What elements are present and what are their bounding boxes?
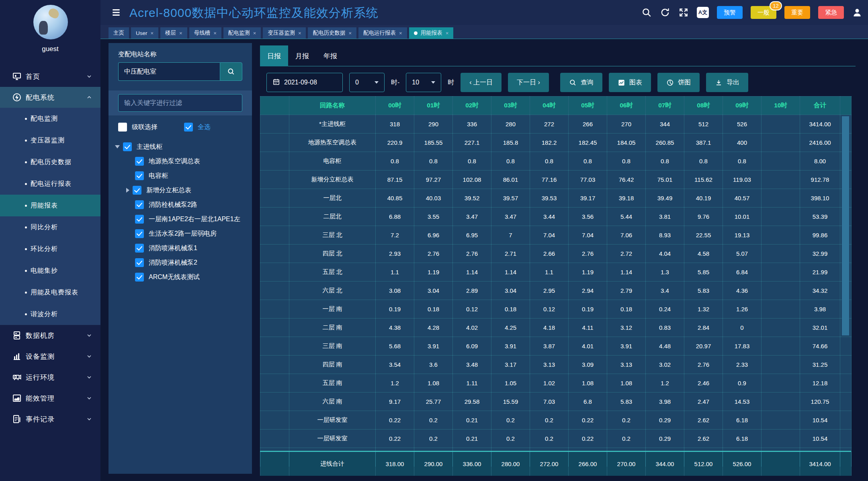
tree-checkbox[interactable] xyxy=(135,157,144,166)
tree-node-label[interactable]: 主进线柜 xyxy=(137,143,162,151)
close-icon[interactable]: × xyxy=(151,30,154,36)
alarm-button-预警[interactable]: 预警 xyxy=(717,6,743,19)
caret-down-icon[interactable] xyxy=(115,145,120,148)
vertical-scrollbar[interactable] xyxy=(842,116,849,335)
sidebar-item-运行环境[interactable]: 运行环境 xyxy=(0,367,100,388)
submenu-item-用能报表[interactable]: 用能报表 xyxy=(0,195,100,216)
close-icon[interactable]: × xyxy=(399,30,402,36)
sidebar-item-设备监测[interactable]: 设备监测 xyxy=(0,346,100,367)
tab-母线槽[interactable]: 母线槽× xyxy=(189,27,221,39)
submenu-item-环比分析[interactable]: 环比分析 xyxy=(0,238,100,260)
hour-value-cell: 512 xyxy=(684,115,723,134)
tree-checkbox[interactable] xyxy=(135,258,144,267)
tab-楼层[interactable]: 楼层× xyxy=(160,27,187,39)
select-all-checkbox[interactable] xyxy=(184,123,193,132)
user-name: guest xyxy=(0,45,100,53)
tree-node-label[interactable]: 消防栓机械泵2路 xyxy=(149,201,197,209)
submenu-item-同比分析[interactable]: 同比分析 xyxy=(0,216,100,238)
tree-checkbox[interactable] xyxy=(135,273,144,282)
menu-icon[interactable] xyxy=(111,7,121,18)
sidebar-item-首页[interactable]: 首页 xyxy=(0,66,100,87)
close-icon[interactable]: × xyxy=(446,30,449,36)
tree-checkbox[interactable] xyxy=(135,171,144,180)
sidebar-item-数据机房[interactable]: 数据机房 xyxy=(0,325,100,346)
export-button[interactable]: 导出 xyxy=(706,73,748,92)
hour-value-cell: 2.33 xyxy=(723,356,762,374)
tree-checkbox[interactable] xyxy=(135,244,144,253)
tree-node-label[interactable]: 生活水泵2路一层弱电房 xyxy=(149,230,217,238)
sidebar-item-配电系统[interactable]: 配电系统 xyxy=(0,87,100,108)
sidebar-item-事件记录[interactable]: 事件记录 xyxy=(0,409,100,430)
tree-node-label[interactable]: 地源热泵空调总表 xyxy=(149,157,200,166)
cascade-checkbox[interactable] xyxy=(118,123,127,132)
close-icon[interactable]: × xyxy=(298,30,301,36)
tab-配电监测[interactable]: 配电监测× xyxy=(223,27,261,39)
tree-checkbox[interactable] xyxy=(135,200,144,209)
tree-node-label[interactable]: 电容柜 xyxy=(149,172,168,180)
avatar[interactable] xyxy=(33,5,68,39)
chart-button[interactable]: 图表 xyxy=(609,73,651,92)
submenu-item-配电历史数据[interactable]: 配电历史数据 xyxy=(0,151,100,173)
total-value-cell: 120.75 xyxy=(800,393,840,411)
tab-主页[interactable]: 主页 xyxy=(108,27,129,39)
close-icon[interactable]: × xyxy=(213,30,217,36)
tree-checkbox[interactable] xyxy=(135,229,144,238)
tree-checkbox[interactable] xyxy=(135,215,144,224)
hour-value-cell: 1.08 xyxy=(414,374,453,393)
close-icon[interactable]: × xyxy=(179,30,182,36)
alarm-button-重要[interactable]: 重要 xyxy=(784,6,810,19)
tab-用能报表[interactable]: 用能报表× xyxy=(409,27,454,39)
search-icon[interactable] xyxy=(641,7,652,18)
fullscreen-icon[interactable] xyxy=(678,7,689,18)
sidebar-item-label: 事件记录 xyxy=(26,415,55,424)
caret-right-icon[interactable] xyxy=(126,188,129,193)
submenu-item-配电监测[interactable]: 配电监测 xyxy=(0,108,100,130)
tab-变压器监测[interactable]: 变压器监测× xyxy=(263,27,306,39)
tree-node-label[interactable]: ARCM无线表测试 xyxy=(149,273,200,282)
query-button[interactable]: 查询 xyxy=(560,73,602,92)
pie-button[interactable]: 饼图 xyxy=(657,73,700,92)
hour-value-cell: 2.71 xyxy=(491,245,530,263)
station-search-input[interactable] xyxy=(118,62,220,81)
station-search-button[interactable] xyxy=(220,62,242,81)
column-header-10时: 10时 xyxy=(762,97,800,115)
row-checkbox-cell xyxy=(260,393,289,411)
next-day-button[interactable]: 下一日 › xyxy=(508,73,549,92)
submenu-item-电能集抄[interactable]: 电能集抄 xyxy=(0,260,100,282)
alarm-button-紧急[interactable]: 紧急 xyxy=(818,6,844,19)
close-icon[interactable]: × xyxy=(348,30,352,36)
hour-from-select[interactable]: 0 xyxy=(349,73,385,92)
tab-User[interactable]: User× xyxy=(131,27,158,39)
submenu-item-谐波分析[interactable]: 谐波分析 xyxy=(0,303,100,325)
tree-node-label[interactable]: 消防喷淋机械泵1 xyxy=(149,244,197,253)
hour-value-cell: 1.19 xyxy=(569,263,607,282)
tab-配电运行报表[interactable]: 配电运行报表× xyxy=(358,27,407,39)
close-icon[interactable]: × xyxy=(253,30,256,36)
date-picker[interactable]: 2021-09-08 xyxy=(266,73,343,92)
tree-checkbox[interactable] xyxy=(133,186,141,195)
submenu-item-变压器监测[interactable]: 变压器监测 xyxy=(0,130,100,151)
hour-value-cell: 387.1 xyxy=(684,134,723,152)
hour-to-select[interactable]: 10 xyxy=(406,73,441,92)
tree-filter-input[interactable] xyxy=(118,94,242,112)
sidebar-item-能效管理[interactable]: 能效管理 xyxy=(0,388,100,409)
tree-node-label[interactable]: 一层南1APE2右一层北1APE1左 xyxy=(149,215,240,224)
report-tab-日报[interactable]: 日报 xyxy=(260,45,288,66)
tree-node-label[interactable]: 新增分立柜总表 xyxy=(146,186,191,195)
prev-day-button[interactable]: ‹ 上一日 xyxy=(461,73,502,92)
select-all-label[interactable]: 全选 xyxy=(198,123,211,132)
hour-value-cell: 3.47 xyxy=(453,208,491,226)
tab-配电历史数据[interactable]: 配电历史数据× xyxy=(308,27,356,39)
refresh-icon[interactable] xyxy=(660,7,670,18)
tree-checkbox[interactable] xyxy=(123,142,132,151)
user-icon[interactable] xyxy=(852,7,862,18)
report-tab-月报[interactable]: 月报 xyxy=(288,45,316,66)
submenu-item-配电运行报表[interactable]: 配电运行报表 xyxy=(0,173,100,195)
alarm-button-一般[interactable]: 一般12 xyxy=(751,6,776,19)
submenu-item-用能及电费报表[interactable]: 用能及电费报表 xyxy=(0,282,100,303)
hour-value-cell: 0.8 xyxy=(453,152,491,171)
report-tab-年报[interactable]: 年报 xyxy=(316,45,344,66)
tree-node-label[interactable]: 消防喷淋机械泵2 xyxy=(149,259,197,267)
tree-node-ARCM无线表测试: ARCM无线表测试 xyxy=(108,270,252,284)
translate-icon[interactable]: A文 xyxy=(697,7,709,18)
